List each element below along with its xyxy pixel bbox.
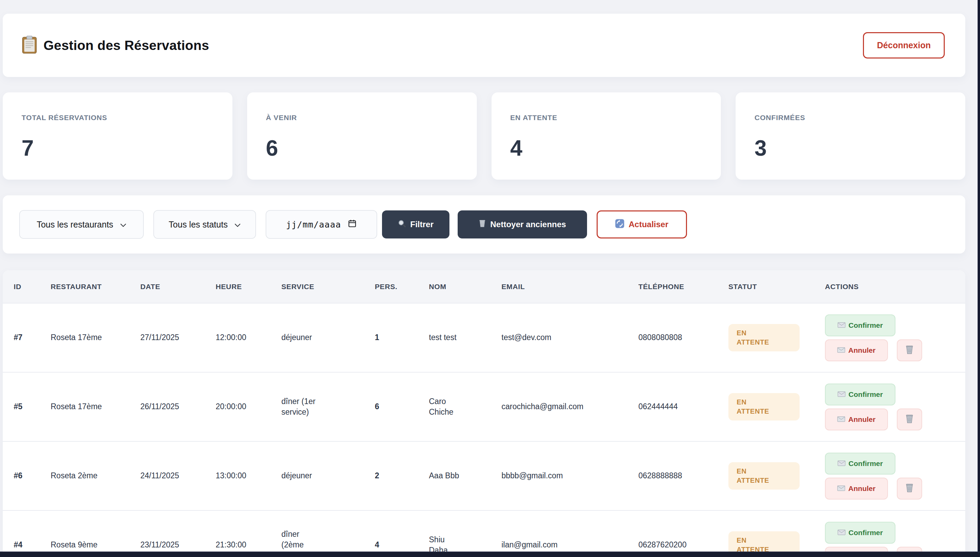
trash-icon [905,345,913,355]
envelope-icon [838,321,845,329]
column-header-tlphone: TÉLÉPHONE [638,283,729,291]
chevron-down-icon [120,220,126,230]
stat-card: À VENIR6 [247,92,477,180]
cell-pers: 2 [375,471,429,481]
window-edge-right [978,0,980,557]
cell-date: 23/11/2025 [140,539,216,550]
confirm-button-label: Confirmer [849,459,883,468]
table-row: #7Roseta 17ème27/11/202512:00:00déjeuner… [3,303,965,373]
refresh-button[interactable]: Actualiser [597,210,687,238]
status-badge-line1: EN [737,329,800,338]
status-badge-line2: ATTENTE [737,338,800,347]
cell-restaurant: Roseta 17ème [51,401,140,412]
cell-actions: ConfirmerAnnuler [825,453,965,500]
actions-second-row: Annuler [825,478,922,500]
stat-value: 3 [755,135,946,161]
envelope-icon [837,415,845,423]
cell-date: 26/11/2025 [140,401,216,412]
cell-statut: ENATTENTE [729,462,825,490]
cell-id: #5 [14,401,51,412]
search-icon [398,219,406,230]
cell-nom: Caro Chiche [429,396,473,417]
cell-pers: 6 [375,401,429,412]
cell-date: 27/11/2025 [140,332,216,343]
stat-card: EN ATTENTE4 [492,92,721,180]
cancel-button[interactable]: Annuler [825,339,888,361]
table-row: #6Roseta 2ème24/11/202513:00:00déjeuner2… [3,442,965,511]
confirm-button[interactable]: Confirmer [825,522,895,544]
stat-label: EN ATTENTE [510,114,703,122]
delete-button[interactable] [897,409,922,430]
filter-button[interactable]: Filtrer [382,210,449,238]
stat-card: CONFIRMÉES3 [735,92,965,180]
envelope-icon [838,529,845,537]
cell-pers: 1 [375,332,429,343]
cancel-button[interactable]: Annuler [825,478,888,500]
filter-card: Tous les restaurants Tous les statuts jj… [3,195,965,254]
stat-value: 7 [21,135,214,161]
delete-button[interactable] [897,478,922,500]
confirm-button[interactable]: Confirmer [825,314,895,336]
cell-service: déjeuner [281,471,333,481]
calendar-icon[interactable] [348,219,357,230]
cell-email: bbbb@gmail.com [501,471,638,481]
column-header-id: ID [14,283,51,291]
column-header-nom: NOM [429,283,501,291]
envelope-icon [837,346,845,355]
clipboard-icon [21,36,38,55]
cell-service: dîner (1er service) [281,396,333,417]
reservations-table: IDRESTAURANTDATEHEURESERVICEPERS.NOMEMAI… [3,270,965,557]
trash-icon [905,483,913,494]
restaurant-select[interactable]: Tous les restaurants [19,210,144,239]
cancel-button-label: Annuler [848,415,875,423]
cell-nom: test test [429,332,473,343]
envelope-icon [838,459,845,468]
cell-heure: 20:00:00 [216,401,281,412]
cell-email: test@dev.com [501,332,638,343]
status-badge-line2: ATTENTE [737,407,800,416]
date-placeholder: jj/mm/aaaa [286,220,341,230]
cell-statut: ENATTENTE [729,324,825,351]
cell-heure: 21:30:00 [216,539,281,550]
column-header-actions: ACTIONS [825,283,965,291]
cell-telephone: 06287620200 [638,539,729,550]
window-edge-bottom [0,552,980,557]
cell-statut: ENATTENTE [729,393,825,420]
refresh-button-label: Actualiser [628,220,668,229]
cell-email: ilan@gmail.com [501,539,638,550]
cell-restaurant: Roseta 9ème [51,539,140,550]
actions-second-row: Annuler [825,409,922,430]
cell-pers: 4 [375,539,429,550]
delete-button[interactable] [897,339,922,361]
confirm-button[interactable]: Confirmer [825,453,895,474]
status-badge: ENATTENTE [729,324,800,351]
status-badge: ENATTENTE [729,393,800,420]
stat-card: TOTAL RÉSERVATIONS7 [3,92,232,180]
status-badge-line1: EN [737,467,800,476]
cancel-button-label: Annuler [848,484,875,493]
status-select[interactable]: Tous les statuts [153,210,256,239]
logout-button[interactable]: Déconnexion [863,32,945,59]
table-body: #7Roseta 17ème27/11/202512:00:00déjeuner… [3,303,965,557]
column-header-date: DATE [140,283,216,291]
confirm-button-label: Confirmer [849,529,883,537]
clean-old-button[interactable]: Nettoyer anciennes [458,210,587,238]
confirm-button[interactable]: Confirmer [825,384,895,406]
column-header-service: SERVICE [281,283,375,291]
status-select-value: Tous les statuts [169,220,228,230]
cell-restaurant: Roseta 2ème [51,471,140,481]
stat-label: À VENIR [266,114,458,122]
trash-icon [479,219,486,230]
cell-id: #6 [14,471,51,481]
cell-nom: Aaa Bbb [429,471,473,481]
cell-telephone: 0628888888 [638,471,729,481]
cell-actions: ConfirmerAnnuler [825,314,965,361]
cancel-button[interactable]: Annuler [825,409,888,430]
refresh-icon [615,219,625,230]
date-input[interactable]: jj/mm/aaaa [266,210,377,239]
column-header-statut: STATUT [729,283,825,291]
cell-date: 24/11/2025 [140,471,216,481]
stats-row: TOTAL RÉSERVATIONS7À VENIR6EN ATTENTE4CO… [3,92,965,180]
page-content: Gestion des Réservations Déconnexion TOT… [3,0,965,557]
stat-label: CONFIRMÉES [755,114,946,122]
